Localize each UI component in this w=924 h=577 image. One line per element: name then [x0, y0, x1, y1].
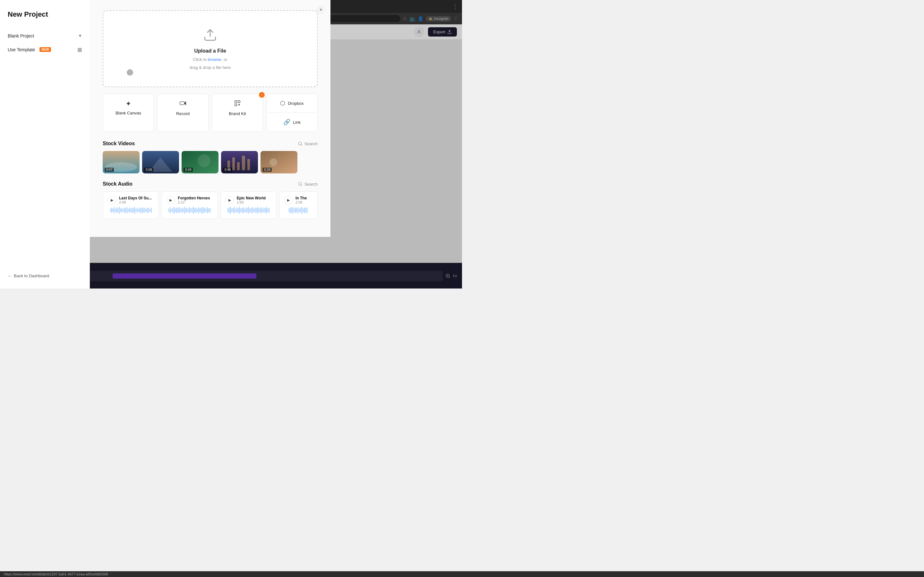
audio-track-1-waveform	[107, 206, 154, 215]
svg-rect-81	[183, 208, 184, 212]
modal-close-button[interactable]: ×	[317, 5, 325, 14]
blank-canvas-label: Blank Canvas	[115, 111, 141, 115]
svg-rect-93	[198, 207, 199, 213]
svg-rect-95	[201, 208, 202, 213]
svg-rect-120	[249, 208, 250, 212]
audio-track-3-info: ▶ Epic New World 1:58	[225, 195, 272, 215]
svg-rect-86	[189, 207, 190, 213]
svg-rect-80	[182, 208, 182, 213]
svg-rect-129	[261, 207, 262, 213]
svg-rect-132	[265, 208, 265, 213]
audio-track-2-waveform	[166, 206, 213, 215]
svg-rect-144	[299, 209, 300, 212]
dropbox-button[interactable]: ⬡ Dropbox	[266, 93, 318, 113]
svg-rect-150	[307, 207, 307, 213]
stock-videos-header: Stock Videos Search	[103, 141, 318, 147]
svg-rect-107	[233, 208, 233, 213]
svg-rect-71	[170, 207, 171, 213]
back-to-dashboard-button[interactable]: ← Back to Dashboard	[8, 274, 82, 278]
svg-rect-112	[239, 207, 240, 214]
audio-track-1-header: ▶ Last Days Of Su... 2:08	[107, 195, 154, 205]
audio-track-1-play-button[interactable]: ▶	[107, 195, 116, 205]
stock-audio-search[interactable]: Search	[298, 182, 318, 187]
svg-point-21	[299, 142, 302, 145]
brand-kit-icon	[234, 100, 241, 109]
svg-rect-136	[289, 208, 289, 212]
svg-marker-17	[184, 102, 186, 105]
audio-track-1[interactable]: ▶ Last Days Of Su... 2:08	[103, 191, 159, 219]
svg-rect-38	[111, 208, 112, 213]
audio-track-4-waveform	[284, 206, 313, 215]
audio-track-4[interactable]: ▶ In The 2:59	[279, 191, 318, 219]
audio-track-4-duration: 2:59	[296, 200, 307, 204]
svg-rect-88	[192, 208, 192, 213]
audio-track-4-text: In The 2:59	[296, 196, 307, 204]
svg-rect-91	[196, 207, 196, 213]
sparkle-btn-icon: ✦	[126, 100, 131, 108]
svg-rect-51	[128, 209, 129, 212]
svg-rect-19	[238, 101, 240, 103]
svg-rect-97	[204, 208, 204, 213]
svg-rect-54	[132, 207, 132, 213]
svg-rect-42	[116, 207, 117, 213]
upload-title: Upload a File	[194, 48, 226, 54]
back-label: Back to Dashboard	[14, 274, 49, 278]
audio-track-2[interactable]: ▶ Forgotten Heroes 2:12	[162, 191, 218, 219]
svg-rect-139	[292, 207, 293, 214]
brand-kit-button[interactable]: ↑ Brand Kit	[212, 93, 263, 132]
svg-rect-48	[124, 207, 125, 213]
svg-rect-104	[229, 207, 229, 213]
svg-rect-78	[179, 207, 180, 213]
svg-rect-56	[134, 207, 135, 214]
svg-rect-116	[244, 209, 245, 212]
svg-rect-89	[193, 207, 194, 214]
blank-canvas-button[interactable]: ✦ Blank Canvas	[103, 93, 154, 132]
svg-rect-63	[144, 208, 144, 212]
use-template-label: Use Template	[8, 47, 35, 52]
svg-rect-53	[131, 208, 131, 212]
svg-rect-108	[234, 207, 234, 213]
record-button[interactable]: Record	[157, 93, 208, 132]
audio-search-icon	[298, 182, 302, 186]
svg-rect-134	[267, 208, 268, 212]
audio-track-3-play-button[interactable]: ▶	[225, 195, 234, 205]
dropbox-icon: ⬡	[280, 100, 285, 107]
stock-videos-search[interactable]: Search	[298, 141, 318, 146]
svg-rect-87	[191, 208, 191, 212]
right-action-stack: ⬡ Dropbox 🔗 Link	[266, 93, 318, 132]
svg-rect-147	[303, 208, 304, 212]
svg-rect-135	[268, 208, 269, 213]
svg-rect-61	[141, 208, 142, 213]
stock-video-2[interactable]: 0:08	[142, 151, 179, 173]
stock-video-3[interactable]: 0:49	[182, 151, 218, 173]
svg-rect-90	[194, 208, 195, 213]
svg-rect-83	[186, 208, 186, 213]
audio-track-2-play-button[interactable]: ▶	[166, 195, 175, 205]
blank-project-option[interactable]: Blank Project ✦	[8, 29, 82, 43]
svg-rect-118	[247, 208, 247, 213]
audio-track-3-text: Epic New World 1:58	[237, 196, 266, 204]
svg-rect-41	[115, 209, 116, 212]
search-icon	[298, 141, 302, 146]
audio-track-4-play-button[interactable]: ▶	[284, 195, 293, 205]
svg-rect-68	[150, 209, 150, 211]
svg-rect-105	[230, 207, 231, 214]
use-template-option[interactable]: Use Template NEW ▦	[8, 43, 82, 56]
svg-rect-117	[246, 207, 246, 213]
click-to-text: Click to	[193, 57, 208, 62]
svg-rect-16	[180, 102, 184, 105]
upload-area[interactable]: Upload a File Click to browse, or drag &…	[103, 10, 318, 87]
audio-track-3[interactable]: ▶ Epic New World 1:58	[220, 191, 276, 219]
svg-rect-52	[129, 208, 130, 213]
stock-video-4[interactable]: 0:46	[221, 151, 258, 173]
svg-rect-125	[256, 208, 256, 213]
stock-video-1[interactable]: 0:47	[103, 151, 140, 173]
stock-video-5[interactable]: 0:29	[260, 151, 297, 173]
record-btn-icon	[179, 100, 186, 109]
svg-rect-43	[118, 208, 118, 213]
sparkle-icon: ✦	[78, 33, 82, 39]
svg-rect-145	[300, 208, 301, 213]
link-button[interactable]: 🔗 Link	[266, 113, 318, 132]
svg-rect-109	[235, 209, 236, 212]
browse-link[interactable]: browse	[208, 57, 221, 62]
